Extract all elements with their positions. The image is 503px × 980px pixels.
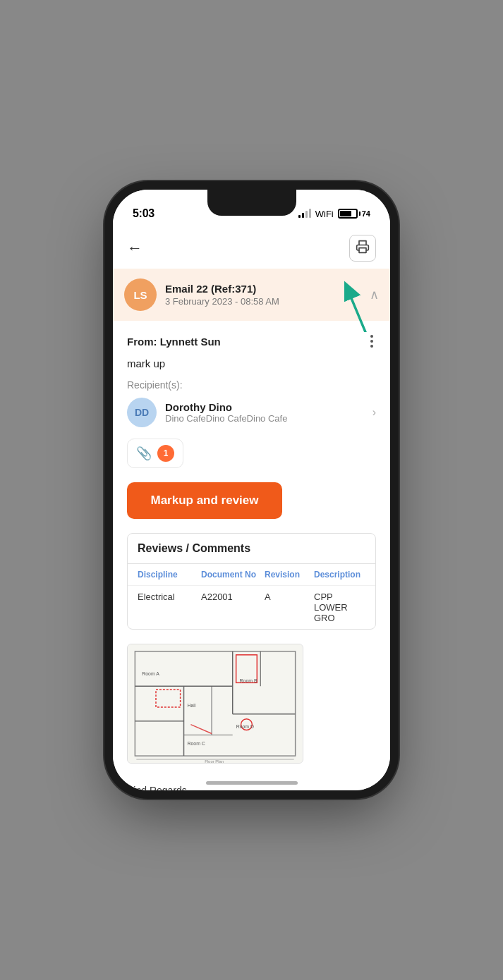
col-description-header: Description	[314, 570, 365, 580]
svg-text:Hall: Hall	[187, 703, 195, 708]
reviews-table-header: Discipline Document No Revision Descript…	[128, 564, 375, 586]
recipient-name: Dorothy Dino	[165, 401, 364, 413]
svg-text:Room D: Room D	[236, 724, 254, 729]
more-options-button[interactable]	[368, 332, 376, 350]
sender-avatar: LS	[124, 278, 157, 311]
reviews-header: Reviews / Comments	[128, 534, 375, 564]
home-indicator	[206, 781, 298, 785]
recipient-row[interactable]: DD Dorothy Dino Dino CafeDino CafeDino C…	[127, 398, 376, 427]
back-button[interactable]: ←	[127, 239, 143, 257]
screen-content: ← LS Email 22 (Ref:3	[113, 228, 390, 790]
phone-frame: 5:03 WiFi 74	[113, 190, 390, 790]
phone-screen: 5:03 WiFi 74	[113, 190, 390, 790]
battery-level: 74	[362, 209, 370, 218]
email-banner[interactable]: LS Email 22 (Ref:371) 3 February 2023 - …	[113, 269, 390, 321]
signal-icon	[298, 209, 311, 218]
email-body: From: Lynnett Sun	[113, 321, 390, 790]
cell-description: CPP LOWER GRO	[314, 592, 365, 623]
notch	[207, 190, 296, 216]
reviews-section: Reviews / Comments Discipline Document N…	[127, 533, 376, 630]
col-discipline-header: Discipline	[138, 570, 201, 580]
from-field: From: Lynnett Sun	[127, 336, 221, 348]
recipient-chevron-icon: ›	[372, 406, 376, 419]
status-icons: WiFi 74	[298, 209, 370, 219]
cell-docno: A22001	[201, 592, 265, 623]
blueprint-svg: Room A Room B Hall Room C Room D Floor P…	[128, 644, 303, 763]
paperclip-icon: 📎	[136, 446, 152, 461]
recipients-label: Recipient(s):	[127, 379, 376, 391]
attachment-count-badge: 1	[157, 445, 174, 462]
wifi-icon: WiFi	[315, 209, 334, 219]
email-title: Email 22 (Ref:371)	[165, 283, 361, 295]
email-date: 3 February 2023 - 08:58 AM	[165, 296, 361, 307]
blueprint-thumbnail[interactable]: Room A Room B Hall Room C Room D Floor P…	[127, 644, 303, 764]
battery-indicator: 74	[338, 209, 370, 219]
cell-discipline: Electrical	[138, 592, 201, 623]
nav-bar: ←	[113, 228, 390, 269]
recipient-org: Dino CafeDino CafeDino Cafe	[165, 413, 364, 424]
markup-review-button[interactable]: Markup and review	[127, 482, 282, 519]
svg-rect-3	[128, 644, 302, 763]
svg-text:Floor Plan: Floor Plan	[205, 759, 224, 763]
recipient-info: Dorothy Dino Dino CafeDino CafeDino Cafe	[165, 401, 364, 424]
email-subject: mark up	[127, 357, 376, 369]
svg-text:Room C: Room C	[187, 741, 205, 746]
table-row: Electrical A22001 A CPP LOWER GRO	[128, 586, 375, 629]
col-revision-header: Revision	[265, 570, 314, 580]
status-time: 5:03	[133, 207, 154, 220]
email-info: Email 22 (Ref:371) 3 February 2023 - 08:…	[165, 283, 361, 307]
svg-rect-0	[359, 247, 366, 252]
attachment-row[interactable]: 📎 1	[127, 439, 183, 468]
from-line: From: Lynnett Sun	[127, 332, 376, 350]
cell-revision: A	[265, 592, 314, 623]
recipient-avatar: DD	[127, 398, 157, 427]
print-button[interactable]	[349, 235, 376, 262]
col-docno-header: Document No	[201, 570, 265, 580]
svg-text:Room B: Room B	[240, 678, 257, 683]
print-icon	[356, 240, 370, 257]
svg-text:Room A: Room A	[142, 671, 159, 676]
chevron-up-icon: ∧	[370, 287, 379, 302]
kind-regards-text: Kind Regards,	[127, 785, 376, 790]
